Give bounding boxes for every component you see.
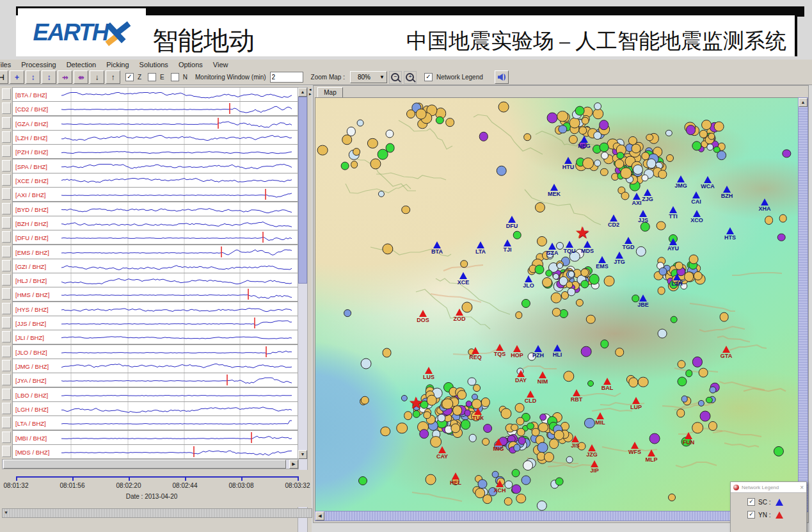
scroll-up-icon[interactable]: ▲ [799,98,808,107]
scroll-nub-icon[interactable]: ▼ [4,510,8,515]
channel-checkbox-e[interactable] [148,73,156,81]
event-marker [341,161,349,170]
crosshair-button[interactable]: + [10,70,24,84]
event-marker [498,102,509,113]
trace-row-dfubhz[interactable]: [DFU / BHZ] [12,230,298,245]
event-marker [461,419,471,430]
station-label: JLO [523,282,534,289]
monitoring-window-input[interactable] [270,72,303,83]
amp-decrease-button[interactable]: ↕ [42,70,56,84]
map-content[interactable]: NEGHTUMEKDFUBTALTATJIGZATQUMDSCD2JJSZJGA… [315,97,799,512]
station-label: HTS [724,234,736,241]
station-label: DFU [506,223,518,229]
menu-item-processing[interactable]: Processing [21,61,56,69]
waveform-vscroll-thumb[interactable] [298,97,307,284]
svg-text:[JLO / BHZ]: [JLO / BHZ] [15,349,47,356]
trace-row-mbibhz[interactable]: [MBI / BHZ] [12,430,298,445]
station-label: MIG [493,446,504,452]
waveform-horizontal-scrollbar[interactable]: ▶ [2,459,299,469]
event-marker [708,133,715,140]
trace-row-hmsbhz[interactable]: [HMS / BHZ] [12,287,298,302]
svg-text:[HLJ / BHZ]: [HLJ / BHZ] [15,277,47,284]
station-label: LUP [630,404,642,410]
map-vertical-scrollbar[interactable]: ▲ [798,97,808,512]
trace-row-lzhbhz[interactable]: [LZH / BHZ] [12,130,298,145]
axis-tick [129,476,130,481]
trace-row-jmgbhz[interactable]: [JMG / BHZ] [12,359,298,373]
map-panel: ◂▸ Map NEGHTUMEKDFUBTALTATJIGZATQUMDSCD2… [313,85,809,523]
legend-checkbox[interactable]: ✓ [747,498,755,506]
network-legend-checkbox[interactable]: ✓ [424,73,433,81]
trace-row-pzhbhz[interactable]: [PZH / BHZ] [12,144,298,159]
event-marker [659,268,667,276]
zoom-in-button[interactable]: + [404,71,417,84]
station-label: AXI [632,200,641,206]
trace-row-hysbhz[interactable]: [HYS / BHZ] [12,302,298,316]
trace-row-spabhz[interactable]: [SPA / BHZ] [12,159,298,173]
legend-network-label: SC : [758,499,770,506]
menu-item-picking[interactable]: Picking [106,61,129,69]
trace-row-btabhz[interactable]: [BTA / BHZ] [12,87,298,102]
waveform-hscroll-thumb[interactable] [3,460,286,469]
scroll-right-icon[interactable]: ▶ [289,460,298,469]
event-marker [713,121,724,132]
trace-row-xcebhz[interactable]: [XCE / BHZ] [12,173,298,188]
scroll-left-icon[interactable]: ◀ [315,512,324,520]
splitter-arrows-icon[interactable]: ◂▸ [309,87,312,96]
expand-traces-button[interactable]: ⇻ [74,70,88,84]
amp-increase-button[interactable]: ↕ [26,70,40,84]
trace-row-ltabhz[interactable]: [LTA / BHZ] [12,415,298,430]
event-marker [692,422,704,433]
menu-item-view[interactable]: View [213,61,228,69]
channel-checkbox-n[interactable] [171,73,179,81]
station-label: BTA [431,248,443,255]
compress-traces-button[interactable]: ⇸ [58,70,72,84]
move-down-button[interactable]: ↓ [90,70,104,84]
scroll-up-icon[interactable]: ▲ [298,88,307,97]
trace-row-hljbhz[interactable]: [HLJ / BHZ] [12,273,298,287]
map-horizontal-scrollbar[interactable]: ◀ [315,511,799,521]
menu-item-solutions[interactable]: Solutions [139,61,168,69]
legend-network-label: YN : [758,512,770,519]
zoom-out-button[interactable]: − [389,71,402,84]
trace-row-jjsbhz[interactable]: [JJS / BHZ] [12,316,298,330]
legend-checkbox[interactable]: ✓ [747,511,755,519]
trace-row-gzibhz[interactable]: [GZI / BHZ] [12,259,298,273]
menu-item-detection[interactable]: Detection [67,61,96,69]
trace-row-lbobhz[interactable]: [LBO / BHZ] [12,387,298,402]
station-label: HTU [562,164,575,170]
station-yn-hel [452,472,459,480]
chevron-down-icon[interactable]: ▼ [378,74,386,80]
trace-row-jlobhz[interactable]: [JLO / BHZ] [12,344,298,359]
legend-titlebar[interactable]: Network Legend × [731,482,806,493]
cut-button[interactable]: ⊣ [0,70,8,84]
trace-row-mdsbhz[interactable]: [MDS / BHZ] [12,444,298,459]
channel-checkbox-z[interactable]: ✓ [125,73,134,81]
trace-row-jyabhz[interactable]: [JYA / BHZ] [12,373,298,387]
close-icon[interactable]: × [800,484,804,491]
scroll-down-icon[interactable]: ▼ [298,450,307,459]
move-up-button[interactable]: ↑ [106,70,120,84]
time-axis: 08:01:3208:01:5608:02:2008:02:4408:03:08… [0,470,312,507]
trace-row-jlibhz[interactable]: [JLI / BHZ] [12,330,298,344]
sound-button[interactable] [495,70,509,84]
event-marker [404,411,413,420]
row-gutter-cell [2,231,11,243]
trace-row-cd2bhz[interactable]: [CD2 / BHZ] [12,101,298,116]
station-label: GTA [720,353,732,359]
trace-row-bzhbhz[interactable]: [BZH / BHZ] [12,216,298,230]
station-sc-gza [548,243,556,250]
station-label: TUX [472,415,484,421]
bottom-scrollbar[interactable]: ▼ [2,508,312,518]
trace-row-bydbhz[interactable]: [BYD / BHZ] [12,202,298,216]
waveform-vertical-scrollbar[interactable]: ▲ ▼ [298,87,308,532]
station-label: FUN [683,439,695,446]
trace-row-axibhz[interactable]: [AXI / BHZ] [12,187,298,202]
trace-row-lghbhz[interactable]: [LGH / BHZ] [12,401,298,416]
trace-row-emsbhz[interactable]: [EMS / BHZ] [12,245,298,259]
menu-item-options[interactable]: Options [179,61,203,69]
menu-item-files[interactable]: Files [0,61,11,69]
event-marker [482,438,490,446]
zoom-map-dropdown[interactable]: 80%▼ [350,71,387,83]
trace-row-gzabhz[interactable]: [GZA / BHZ] [12,116,298,131]
